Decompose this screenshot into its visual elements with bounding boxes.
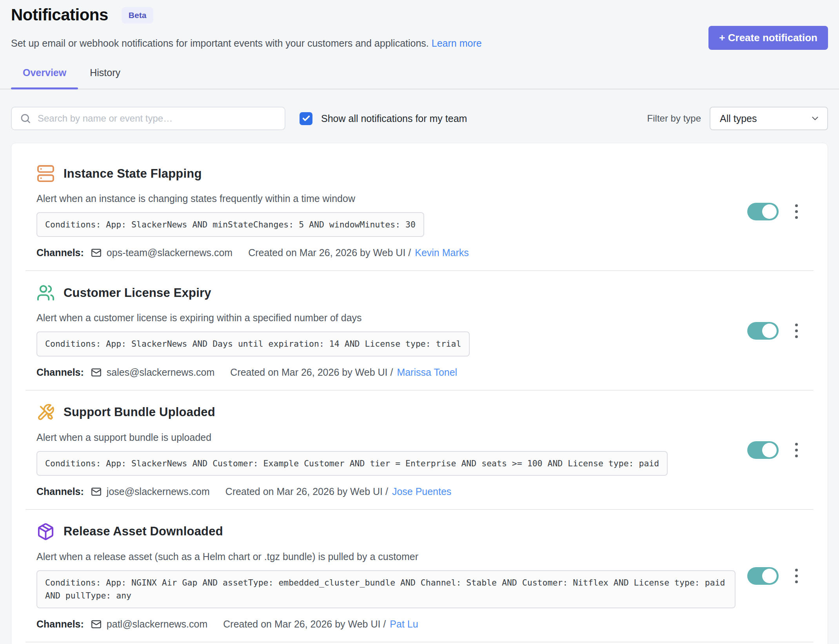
kebab-menu-icon[interactable] [794,322,799,340]
tab-bar: Overview History [0,65,839,89]
created-by-link[interactable]: Kevin Marks [415,247,469,258]
chevron-down-icon [810,113,820,124]
page-description-text: Set up email or webhook notifications fo… [11,38,429,49]
kebab-menu-icon[interactable] [794,567,799,585]
channels-label: Channels: [36,486,84,497]
filter-type-value: All types [720,113,757,124]
notification-title: Support Bundle Uploaded [64,405,215,419]
tab-overview[interactable]: Overview [11,65,78,89]
notifications-page: Notifications Beta + Create notification… [0,5,839,644]
notification-controls [735,203,828,220]
notification-content: Customer License Expiry Alert when a cus… [11,284,735,378]
notification-description: Alert when a customer license is expirin… [36,312,735,324]
channels-label: Channels: [36,619,84,630]
notification-controls [735,567,828,585]
create-notification-button[interactable]: + Create notification [708,26,828,50]
notification-content: Release Asset Downloaded Alert when a re… [11,522,735,630]
toggle-knob [762,443,777,457]
notification-title-line: Customer License Expiry [36,284,735,302]
notification-title-line: Instance State Flapping [36,164,735,183]
mail-icon [91,486,102,497]
channel-email: ops-team@slackernews.com [107,247,232,258]
notification-title: Customer License Expiry [64,286,211,300]
conditions-box: Conditions: App: SlackerNews AND minStat… [36,212,424,237]
notification-title-line: Support Bundle Uploaded [36,403,735,422]
server-icon [36,164,55,183]
notification-controls [735,441,828,459]
conditions-box: Conditions: App: NGINX Air Gap AND asset… [36,570,735,608]
team-notifications-checkbox-label: Show all notifications for my team [321,113,467,124]
mail-icon [91,619,102,629]
page-title: Notifications [11,5,108,24]
created-by-link[interactable]: Pat Lu [390,619,418,630]
channel-email: sales@slackernews.com [107,367,214,378]
mail-icon [91,367,102,378]
created-by-link[interactable]: Jose Puentes [392,486,452,497]
created-text: Created on Mar 26, 2026 by Web UI / [223,619,386,630]
row-divider [25,642,814,642]
kebab-menu-icon[interactable] [794,203,799,220]
enabled-toggle[interactable] [747,322,779,340]
enabled-toggle[interactable] [747,441,779,459]
filter-controls: Show all notifications for my team Filte… [11,107,828,130]
channel-email: patl@slackernews.com [107,619,207,630]
users-icon [36,284,55,302]
notification-title: Release Asset Downloaded [64,524,223,538]
tab-history[interactable]: History [78,65,132,89]
channels-line: Channels: patl@slackernews.com Created o… [36,619,735,630]
search-input[interactable] [11,107,285,130]
toggle-knob [762,569,777,583]
notification-content: Support Bundle Uploaded Alert when a sup… [11,403,735,497]
check-icon [302,114,311,123]
team-notifications-checkbox[interactable] [300,112,312,125]
mail-icon [91,247,102,258]
team-notifications-checkbox-group: Show all notifications for my team [300,112,467,125]
notification-content: Instance State Flapping Alert when an in… [11,164,735,258]
created-text: Created on Mar 26, 2026 by Web UI / [230,367,393,378]
channel-email: jose@slackernews.com [107,486,210,497]
kebab-menu-icon[interactable] [794,441,799,459]
notification-description: Alert when an instance is changing state… [36,193,735,204]
tools-icon [36,403,55,422]
channels-label: Channels: [36,367,84,378]
enabled-toggle[interactable] [747,203,779,220]
learn-more-link[interactable]: Learn more [432,38,482,49]
created-by-link[interactable]: Marissa Tonel [397,367,457,378]
toggle-knob [762,204,777,219]
channels-line: Channels: jose@slackernews.com Created o… [36,486,735,497]
notification-description: Alert when a support bundle is uploaded [36,432,735,443]
search-box [11,107,285,130]
notification-title: Instance State Flapping [64,167,202,181]
search-icon [20,113,31,124]
package-icon [36,522,55,541]
toggle-knob [762,324,777,338]
notification-row-customer-license-expiry: Customer License Expiry Alert when a cus… [11,271,828,389]
created-text: Created on Mar 26, 2026 by Web UI / [248,247,411,258]
channels-line: Channels: ops-team@slackernews.com Creat… [36,247,735,258]
filter-by-type-label: Filter by type [647,113,701,124]
notification-description: Alert when a release asset (such as a He… [36,551,735,562]
notification-row-support-bundle-uploaded: Support Bundle Uploaded Alert when a sup… [11,391,828,509]
notifications-list-card: Instance State Flapping Alert when an in… [11,143,828,644]
channels-label: Channels: [36,247,84,258]
notification-controls [735,322,828,340]
notification-row-release-asset-downloaded: Release Asset Downloaded Alert when a re… [11,510,828,642]
filter-type-select[interactable]: All types [710,107,828,130]
enabled-toggle[interactable] [747,567,779,585]
conditions-box: Conditions: App: SlackerNews AND Custome… [36,451,668,476]
created-text: Created on Mar 26, 2026 by Web UI / [225,486,388,497]
conditions-box: Conditions: App: SlackerNews AND Days un… [36,331,470,356]
notification-row-instance-state-flapping: Instance State Flapping Alert when an in… [11,152,828,270]
page-header: Notifications Beta [11,5,828,24]
notification-title-line: Release Asset Downloaded [36,522,735,541]
beta-badge: Beta [122,7,154,24]
page-description: Set up email or webhook notifications fo… [11,38,828,49]
channels-line: Channels: sales@slackernews.com Created … [36,367,735,378]
filter-by-type-group: Filter by type All types [647,107,828,130]
